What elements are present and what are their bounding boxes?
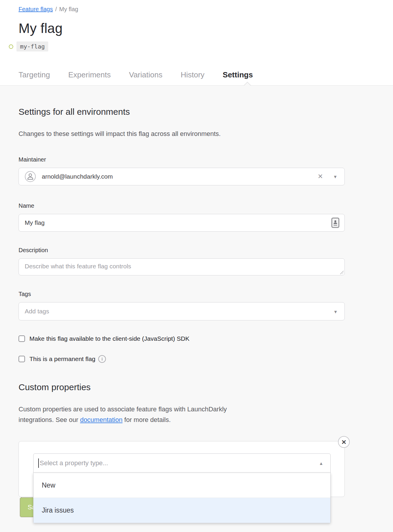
textarea-resize-handle[interactable] <box>340 271 344 274</box>
clear-maintainer-icon[interactable]: ✕ <box>318 173 323 180</box>
maintainer-label: Maintainer <box>19 156 345 163</box>
flag-settings-page: Feature flags/My flag My flag my-flag Ta… <box>0 0 393 532</box>
maintainer-value: arnold@launchdarkly.com <box>42 173 318 180</box>
tags-input[interactable] <box>19 302 345 320</box>
settings-section-description: Changes to these settings will impact th… <box>19 129 345 139</box>
person-icon <box>25 171 36 182</box>
custom-property-area: ✕ Select a property type... ▲ New Jira i… <box>19 441 345 529</box>
page-title: My flag <box>19 20 393 36</box>
property-type-placeholder: Select a property type... <box>40 459 319 467</box>
property-type-dropdown-menu: New Jira issues <box>33 473 331 523</box>
client-side-sdk-checkbox-row: Make this flag available to the client-s… <box>19 335 345 342</box>
permanent-flag-checkbox-label: This is a permanent flag <box>29 355 95 363</box>
autofill-contact-icon[interactable] <box>331 217 339 228</box>
breadcrumb: Feature flags/My flag <box>19 6 393 13</box>
tab-bar: Targeting Experiments Variations History… <box>19 70 393 85</box>
tab-targeting[interactable]: Targeting <box>19 70 50 79</box>
info-icon[interactable]: i <box>98 355 106 363</box>
tab-settings[interactable]: Settings <box>223 70 253 79</box>
select-caret-up-icon[interactable]: ▲ <box>319 461 323 466</box>
flag-key-badge: my-flag <box>16 41 48 51</box>
flag-status-circle-icon <box>9 44 13 49</box>
close-icon: ✕ <box>341 439 347 445</box>
permanent-flag-checkbox-row: This is a permanent flag i <box>19 355 345 363</box>
tab-variations[interactable]: Variations <box>129 70 162 79</box>
custom-properties-desc-line2b: for more details. <box>122 416 171 423</box>
remove-custom-property-button[interactable]: ✕ <box>338 436 350 448</box>
text-cursor <box>38 458 39 468</box>
custom-properties-desc-line2a: integrations. See our <box>19 416 80 423</box>
settings-panel: Settings for all environments Changes to… <box>0 86 393 529</box>
custom-properties-description: Custom properties are used to associate … <box>19 404 345 425</box>
client-side-sdk-checkbox[interactable] <box>19 335 25 342</box>
description-label: Description <box>19 247 345 254</box>
menu-item-new[interactable]: New <box>34 473 330 498</box>
description-textarea[interactable] <box>19 258 345 275</box>
tab-history[interactable]: History <box>181 70 204 79</box>
menu-item-jira-issues[interactable]: Jira issues <box>34 498 330 523</box>
tab-experiments[interactable]: Experiments <box>68 70 111 79</box>
maintainer-caret-down-icon[interactable]: ▼ <box>333 174 337 179</box>
breadcrumb-feature-flags-link[interactable]: Feature flags <box>19 6 53 12</box>
breadcrumb-separator: / <box>55 6 57 12</box>
active-tab-notch-fill <box>244 82 251 86</box>
maintainer-select[interactable]: arnold@launchdarkly.com ✕ ▼ <box>19 168 345 185</box>
name-label: Name <box>19 202 345 209</box>
permanent-flag-checkbox[interactable] <box>19 356 25 362</box>
custom-properties-desc-line1: Custom properties are used to associate … <box>19 405 227 413</box>
flag-key-row: my-flag <box>9 41 393 51</box>
breadcrumb-current: My flag <box>59 6 78 12</box>
settings-section-heading: Settings for all environments <box>19 86 345 117</box>
documentation-link[interactable]: documentation <box>80 416 122 423</box>
client-side-sdk-checkbox-label: Make this flag available to the client-s… <box>29 335 189 342</box>
name-input[interactable] <box>19 214 345 232</box>
page-header: Feature flags/My flag My flag my-flag Ta… <box>0 0 393 86</box>
tags-caret-down-icon[interactable]: ▼ <box>333 309 338 314</box>
custom-properties-heading: Custom properties <box>19 363 345 392</box>
property-type-select[interactable]: Select a property type... ▲ <box>33 453 331 473</box>
tags-label: Tags <box>19 291 345 297</box>
